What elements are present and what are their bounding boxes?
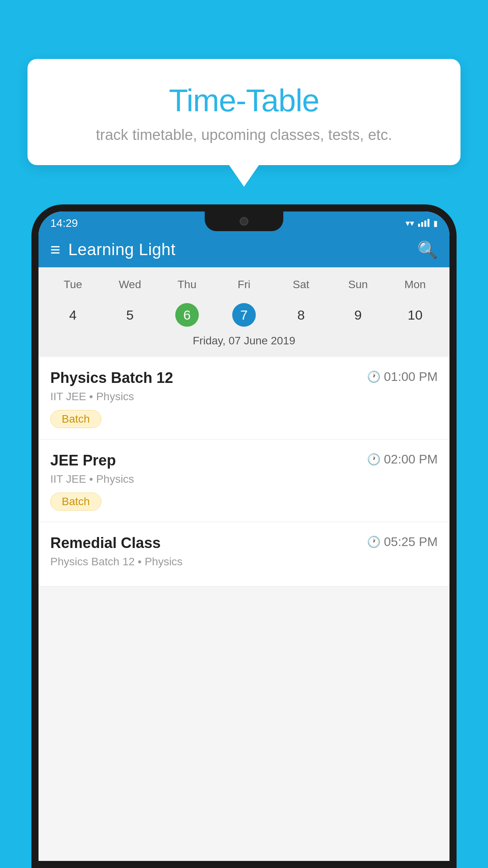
status-icons: ▾▾ ▮: [405, 218, 438, 228]
phone-outer: 14:29 ▾▾ ▮ ≡ Learning Light: [31, 204, 457, 868]
status-time: 14:29: [50, 217, 78, 230]
speech-bubble-container: Time-Table track timetable, upcoming cla…: [28, 59, 460, 165]
clock-icon-1: 🕐: [367, 370, 381, 383]
class-time-2: 🕐 02:00 PM: [367, 452, 438, 467]
date-6-today[interactable]: 6: [158, 300, 215, 330]
phone-screen: 14:29 ▾▾ ▮ ≡ Learning Light: [39, 211, 449, 861]
phone-notch: [205, 211, 283, 231]
search-icon[interactable]: 🔍: [417, 240, 438, 259]
date-5[interactable]: 5: [101, 300, 158, 330]
calendar-days-row: Tue Wed Thu Fri Sat Sun Mon: [39, 275, 449, 294]
date-7-selected[interactable]: 7: [215, 300, 272, 330]
class-name-3: Remedial Class: [50, 535, 161, 552]
day-sat: Sat: [273, 275, 330, 294]
app-bar: ≡ Learning Light 🔍: [39, 232, 449, 267]
class-name-1: Physics Batch 12: [50, 370, 173, 386]
class-name-2: JEE Prep: [50, 452, 116, 469]
app-bar-left: ≡ Learning Light: [50, 240, 176, 259]
clock-icon-3: 🕐: [367, 535, 381, 548]
class-header-3: Remedial Class 🕐 05:25 PM: [50, 535, 438, 552]
date-10[interactable]: 10: [387, 300, 444, 330]
speech-bubble: Time-Table track timetable, upcoming cla…: [28, 59, 460, 165]
class-item-3[interactable]: Remedial Class 🕐 05:25 PM Physics Batch …: [39, 522, 449, 587]
date-9[interactable]: 9: [330, 300, 387, 330]
class-item-2[interactable]: JEE Prep 🕐 02:00 PM IIT JEE • Physics Ba…: [39, 440, 449, 522]
day-wed: Wed: [101, 275, 158, 294]
bubble-title: Time-Table: [51, 83, 437, 119]
class-header-1: Physics Batch 12 🕐 01:00 PM: [50, 370, 438, 386]
class-time-3: 🕐 05:25 PM: [367, 535, 438, 549]
day-tue: Tue: [44, 275, 101, 294]
selected-date-label: Friday, 07 June 2019: [39, 330, 449, 353]
calendar-dates-row: 4 5 6 7 8 9: [39, 300, 449, 330]
phone-camera: [240, 217, 248, 226]
class-meta-3: Physics Batch 12 • Physics: [50, 555, 438, 568]
battery-icon: ▮: [433, 219, 438, 228]
class-time-1: 🕐 01:00 PM: [367, 370, 438, 384]
calendar-section: Tue Wed Thu Fri Sat Sun Mon 4 5: [39, 267, 449, 357]
batch-badge-1: Batch: [50, 410, 101, 428]
wifi-icon: ▾▾: [405, 218, 414, 228]
batch-badge-2: Batch: [50, 493, 101, 511]
class-item-1[interactable]: Physics Batch 12 🕐 01:00 PM IIT JEE • Ph…: [39, 357, 449, 440]
phone-mockup: 14:29 ▾▾ ▮ ≡ Learning Light: [31, 204, 457, 868]
date-8[interactable]: 8: [273, 300, 330, 330]
day-sun: Sun: [330, 275, 387, 294]
signal-icon: [418, 220, 429, 227]
class-meta-1: IIT JEE • Physics: [50, 390, 438, 403]
bubble-subtitle: track timetable, upcoming classes, tests…: [51, 127, 437, 143]
day-mon: Mon: [387, 275, 444, 294]
app-bar-title: Learning Light: [68, 240, 176, 259]
clock-icon-2: 🕐: [367, 453, 381, 466]
class-meta-2: IIT JEE • Physics: [50, 473, 438, 485]
class-header-2: JEE Prep 🕐 02:00 PM: [50, 452, 438, 469]
classes-list: Physics Batch 12 🕐 01:00 PM IIT JEE • Ph…: [39, 357, 449, 587]
date-4[interactable]: 4: [44, 300, 101, 330]
hamburger-icon[interactable]: ≡: [50, 241, 61, 258]
day-fri: Fri: [215, 275, 272, 294]
day-thu: Thu: [158, 275, 215, 294]
